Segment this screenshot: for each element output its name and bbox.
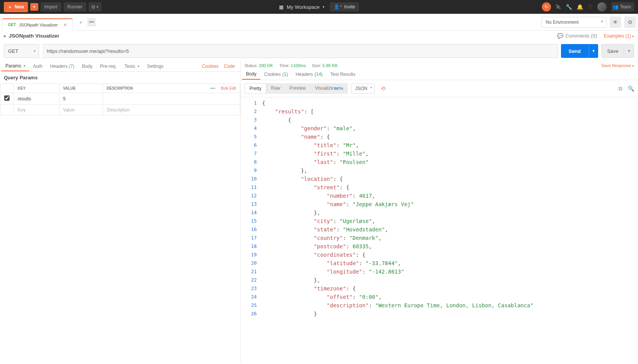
tab-settings[interactable]: Settings [143,61,167,71]
send-button[interactable]: Send [561,44,589,58]
save-button[interactable]: Save [601,44,624,58]
resp-tab-headers[interactable]: Headers (14) [292,69,326,80]
cell-key[interactable]: results [14,93,59,105]
json-line: 11 "street": { [241,183,638,192]
wrap-lines-icon[interactable]: ⟲ [378,83,389,94]
new-key-input[interactable]: Key [14,105,59,115]
heart-icon[interactable]: ♡ [588,4,593,10]
th-value: VALUE [59,84,103,93]
line-number: 15 [241,217,262,225]
row-checkbox[interactable] [4,95,10,101]
method-select[interactable]: GET [4,44,39,58]
team-button[interactable]: 👥 Team [611,2,634,11]
format-dropdown[interactable]: JSON [351,84,375,93]
json-line: 7 "first": "Mille", [241,149,638,158]
response-toolbar-right: ⧉ 🔍 [618,85,634,92]
tab-jsonpath-visualizer[interactable]: GET JSONpath Visualizer ✕ [2,18,73,31]
comments-button[interactable]: 💬 Comments (0) [557,33,597,39]
json-line: 26 } [241,310,638,318]
view-visualize[interactable]: VisualizeBETA [310,83,348,94]
resp-tab-cookies-count: (1) [282,72,288,77]
params-more-icon[interactable]: ••• [210,86,216,90]
line-code: }, [262,166,307,175]
workspace-label: My Workspace [287,4,320,10]
line-code: "first": "Mille", [262,149,369,158]
th-desc-label: DESCRIPTION [107,86,133,90]
invite-button[interactable]: 👤⁺ Invite [330,2,359,11]
save-dropdown[interactable]: ▼ [624,44,634,58]
resp-tab-cookies[interactable]: Cookies (1) [260,69,292,80]
line-number: 8 [241,158,262,166]
tab-prereq[interactable]: Pre-req. [96,61,120,71]
sync-status-icon[interactable]: ↻ [542,2,551,11]
resp-tab-headers-label: Headers [295,72,313,77]
cell-description[interactable] [103,93,240,105]
send-dropdown[interactable]: ▼ [589,44,599,58]
cookies-link[interactable]: Cookies [202,64,218,69]
new-description-input[interactable]: Description [103,105,240,115]
save-response-button[interactable]: Save Response ▾ [601,63,634,68]
new-dropdown[interactable]: ▼ [30,3,38,11]
code-link[interactable]: Code [224,64,235,69]
comments-label: Comments (0) [566,33,597,39]
view-visualize-label: Visualize [315,85,333,91]
th-key: KEY [14,84,59,93]
line-number: 23 [241,284,262,293]
tab-headers-count: (7) [69,64,74,69]
team-label: Team [620,4,631,10]
copy-icon[interactable]: ⧉ [618,85,622,92]
tab-add-button[interactable]: + [77,18,85,26]
view-preview[interactable]: Preview [285,83,310,94]
json-line: 12 "number": 4617, [241,192,638,200]
new-value-input[interactable]: Value [59,105,103,115]
url-input[interactable]: https://randomuser.me/api/?results=5 [42,44,558,58]
tab-headers[interactable]: Headers (7) [46,61,78,71]
breadcrumb-right: 💬 Comments (0) Examples (1) ▾ [557,33,634,39]
beta-badge: BETA [334,87,343,90]
invite-label: Invite [344,4,355,10]
topbar: ＋ New ▼ Import Runner ⧉ ▾ ▦ My Workspace… [0,0,638,14]
workspace-dropdown[interactable]: ▦ My Workspace ▾ [279,4,325,10]
runner-button[interactable]: Runner [64,2,86,11]
resp-tab-tests[interactable]: Test Results [326,69,359,80]
examples-dropdown[interactable]: Examples (1) ▾ [604,33,634,39]
tab-more-button[interactable]: ••• [87,18,96,26]
view-raw[interactable]: Raw [266,83,285,94]
bulk-edit-button[interactable]: Bulk Edit [221,86,236,90]
chevron-down-icon: ▾ [632,64,634,68]
cell-value[interactable]: 5 [59,93,103,105]
satellite-icon[interactable]: 🛰 [556,4,561,10]
line-code: "coordinates": { [262,251,366,259]
search-icon[interactable]: 🔍 [628,85,634,92]
json-line: 9 }, [241,166,638,175]
response-body[interactable]: 1{2 "results": [3 {4 "gender": "male",5 … [241,97,638,363]
environment-dropdown[interactable]: No Environment [541,17,607,28]
tab-body[interactable]: Body [78,61,96,71]
line-code: "location": { [262,175,343,183]
avatar[interactable] [597,2,607,11]
line-number: 22 [241,276,262,284]
bell-icon[interactable]: 🔔 [577,4,583,10]
line-number: 20 [241,259,262,267]
plus-icon: ＋ [8,4,12,10]
size-label: Size: [312,63,321,68]
open-new-button[interactable]: ⧉ ▾ [89,2,102,11]
import-button[interactable]: Import [41,2,61,11]
team-icon: 👥 [613,4,618,10]
line-number: 17 [241,234,262,242]
resp-tab-body[interactable]: Body [242,69,260,80]
environment-quicklook-icon[interactable]: 👁 [610,16,621,28]
settings-gear-icon[interactable]: ⚙ [624,16,636,28]
tab-params[interactable]: Params [2,61,29,71]
tab-close-icon[interactable]: ✕ [63,22,67,28]
new-button[interactable]: ＋ New [4,2,28,12]
tab-tests[interactable]: Tests [121,61,143,71]
breadcrumb-caret-icon[interactable]: ▶ [4,34,7,38]
wrench-icon[interactable]: 🔧 [566,4,572,10]
status-label: Status: [244,63,257,68]
json-line: 23 "timezone": { [241,284,638,293]
req-tabs-right: Cookies Code [202,64,239,69]
line-code: "number": 4617, [262,192,375,200]
view-pretty[interactable]: Pretty [244,83,266,94]
tab-auth[interactable]: Auth [29,61,46,71]
